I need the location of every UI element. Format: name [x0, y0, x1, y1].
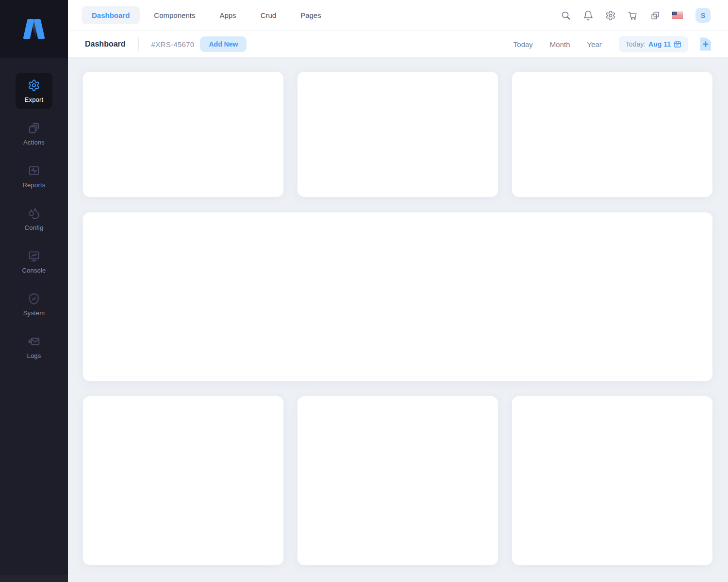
sidebar-item-label: Console — [22, 267, 46, 274]
menu-item-pages[interactable]: Pages — [290, 6, 331, 24]
sidebar-item-logs[interactable]: Logs — [16, 329, 52, 365]
menu-item-components[interactable]: Components — [144, 6, 205, 24]
sidebar-item-label: Export — [25, 96, 44, 103]
card — [83, 396, 283, 565]
divider — [138, 37, 139, 51]
filter-year[interactable]: Year — [587, 40, 602, 48]
menu-item-apps[interactable]: Apps — [209, 6, 246, 24]
menu-item-crud[interactable]: Crud — [250, 6, 287, 24]
sidebar-nav: Export Actions Reports Config — [0, 58, 68, 365]
sidebar: Export Actions Reports Config — [0, 0, 68, 582]
range-filters: Today Month Year Today: Aug 11 — [513, 36, 712, 52]
bell-icon — [583, 10, 594, 21]
card — [298, 72, 498, 197]
header-actions: S — [561, 8, 711, 23]
gear-icon — [605, 10, 616, 21]
date-picker-label: Today: — [626, 40, 645, 48]
copy-icon — [650, 10, 661, 21]
page-header-bar: Dashboard #XRS-45670 Add New Today Month… — [68, 31, 728, 57]
card-wide — [83, 212, 712, 381]
date-picker[interactable]: Today: Aug 11 — [619, 36, 688, 52]
card — [298, 396, 498, 565]
logo-area[interactable] — [0, 0, 68, 58]
top-navigation-bar: Dashboard Components Apps Crud Pages — [68, 0, 728, 31]
shield-icon — [28, 292, 40, 305]
sidebar-item-label: Config — [25, 224, 44, 231]
calendar-icon — [674, 40, 681, 48]
sidebar-item-console[interactable]: Console — [16, 243, 52, 280]
card-row-top — [83, 72, 712, 197]
monitor-icon — [28, 250, 40, 262]
page-title: Dashboard — [85, 40, 126, 48]
sidebar-item-label: System — [23, 309, 45, 317]
card — [512, 396, 712, 565]
search-button[interactable] — [561, 10, 571, 21]
card-row-bottom — [83, 396, 712, 565]
sidebar-item-label: Logs — [27, 352, 41, 359]
notifications-button[interactable] — [583, 10, 594, 21]
filter-month[interactable]: Month — [550, 40, 570, 48]
dashboard-content — [68, 57, 728, 582]
add-new-button[interactable]: Add New — [200, 36, 247, 52]
filter-today[interactable]: Today — [513, 40, 533, 48]
layers-icon — [28, 122, 40, 134]
sidebar-footer-strip — [0, 575, 68, 582]
mail-icon — [28, 335, 40, 348]
sidebar-item-system[interactable]: System — [16, 286, 52, 323]
user-avatar[interactable]: S — [695, 8, 711, 23]
sidebar-item-export[interactable]: Export — [16, 73, 52, 109]
reference-code: #XRS-45670 — [151, 40, 195, 48]
settings-button[interactable] — [605, 10, 616, 21]
date-picker-value: Aug 11 — [648, 40, 671, 48]
sidebar-item-config[interactable]: Config — [16, 201, 52, 237]
sidebar-item-label: Reports — [23, 181, 46, 189]
plus-doc-icon — [699, 36, 712, 52]
cart-icon — [628, 10, 638, 21]
sidebar-item-reports[interactable]: Reports — [16, 158, 52, 194]
top-menu: Dashboard Components Apps Crud Pages — [82, 6, 331, 24]
sidebar-item-label: Actions — [23, 139, 45, 146]
card — [512, 72, 712, 197]
gear-icon — [28, 79, 40, 92]
us-flag-icon — [672, 12, 683, 19]
main-area: Dashboard Components Apps Crud Pages — [68, 0, 728, 582]
add-widget-button[interactable] — [699, 36, 712, 52]
card — [83, 72, 283, 197]
brand-logo-icon — [18, 17, 50, 41]
language-button[interactable] — [672, 12, 683, 19]
cart-button[interactable] — [628, 10, 638, 21]
search-icon — [561, 10, 571, 21]
activity-icon — [28, 164, 40, 177]
sidebar-item-actions[interactable]: Actions — [16, 115, 52, 152]
droplets-icon — [28, 207, 40, 220]
windows-button[interactable] — [650, 10, 661, 21]
menu-item-dashboard[interactable]: Dashboard — [82, 6, 140, 24]
